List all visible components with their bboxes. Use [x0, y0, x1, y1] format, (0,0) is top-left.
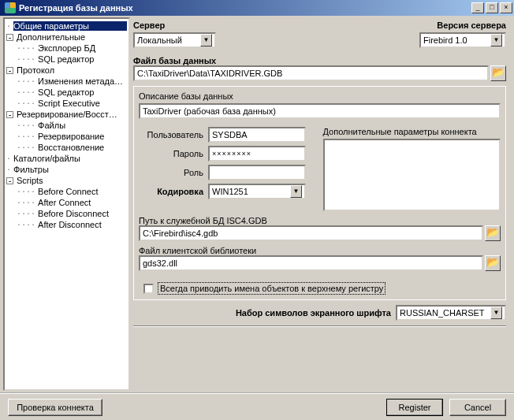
tree-item-backup[interactable]: -Резервирование/Восст…: [5, 109, 128, 120]
enc-combo[interactable]: WIN1251▼: [208, 184, 306, 199]
user-label: Пользователь: [139, 130, 203, 139]
isc-label: Путь к служебной БД ISC4.GDB: [139, 216, 267, 225]
tree-item-additional[interactable]: -Дополнительные: [5, 32, 128, 43]
tree-item-sql-editor-1[interactable]: ····SQL редактор: [15, 54, 128, 65]
register-button[interactable]: Register: [386, 399, 443, 416]
chevron-down-icon: ▼: [490, 34, 502, 46]
folder-icon: 📂: [492, 66, 505, 78]
tree-item-metadata[interactable]: ····Изменения метадан…: [15, 76, 128, 87]
folder-icon: 📂: [486, 256, 499, 268]
version-value: Firebird 1.0: [423, 35, 467, 45]
desc-label: Описание базы данных: [139, 91, 233, 101]
server-value: Локальный: [137, 35, 182, 45]
dbfile-label: Файл базы данных: [133, 56, 216, 65]
minimize-button[interactable]: _: [471, 2, 484, 13]
test-connection-button[interactable]: Проверка коннекта: [8, 399, 102, 416]
pass-label: Пароль: [139, 149, 203, 158]
lib-input[interactable]: gds32.dll: [139, 255, 483, 271]
isc-browse-button[interactable]: 📂: [485, 225, 501, 241]
cancel-button[interactable]: Cancel: [449, 399, 506, 416]
lib-browse-button[interactable]: 📂: [485, 255, 501, 271]
window-title: Регистрация базы данных: [19, 3, 471, 13]
chevron-down-icon: ▼: [490, 307, 502, 319]
app-icon: [5, 2, 16, 13]
extra-params-textarea[interactable]: [323, 139, 501, 211]
user-input[interactable]: SYSDBA: [208, 127, 306, 143]
tree-item-filters[interactable]: ·Фильтры: [5, 164, 128, 175]
enc-label: Кодировка: [139, 187, 203, 196]
collapse-icon[interactable]: -: [6, 67, 13, 74]
tree-item-protocol[interactable]: -Протокол: [5, 65, 128, 76]
charset-combo[interactable]: RUSSIAN_CHARSET ▼: [396, 305, 506, 321]
server-combo[interactable]: Локальный ▼: [133, 32, 216, 48]
tree-item-script-exec[interactable]: ····Script Executive: [15, 98, 128, 109]
version-label: Версия сервера: [437, 20, 506, 30]
lib-label: Файл клиентской библиотеки: [139, 246, 256, 255]
close-button[interactable]: ×: [500, 2, 512, 13]
tree-item-explorer[interactable]: ····Эксплорер БД: [15, 43, 128, 54]
pass-input[interactable]: ××××××××: [208, 146, 306, 162]
maximize-button[interactable]: □: [486, 2, 498, 13]
uppercase-checkbox[interactable]: [143, 284, 154, 294]
tree-item-general[interactable]: ·Общие параметры: [5, 20, 128, 32]
server-label: Сервер: [133, 20, 165, 30]
tree-item-sql-editor-2[interactable]: ····SQL редактор: [15, 87, 128, 98]
dbfile-input[interactable]: C:\TaxiDriver\Data\TAXIDRIVER.GDB: [133, 65, 489, 81]
desc-input[interactable]: TaxiDriver (рабочая база данных): [139, 103, 501, 119]
tree-item-restore[interactable]: ····Восстановление: [15, 142, 128, 153]
role-label: Роль: [139, 168, 203, 177]
titlebar: Регистрация базы данных _ □ ×: [0, 0, 514, 16]
version-combo[interactable]: Firebird 1.0 ▼: [419, 32, 506, 48]
chevron-down-icon: ▼: [290, 185, 302, 198]
tree-item-after-connect[interactable]: ····After Connect: [15, 197, 128, 208]
button-bar: Проверка коннекта Register Cancel: [0, 392, 514, 420]
tree-item-catalogs[interactable]: ·Каталоги/файлы: [5, 153, 128, 164]
collapse-icon[interactable]: -: [6, 34, 13, 41]
category-tree[interactable]: ·Общие параметры -Дополнительные ····Экс…: [3, 17, 130, 391]
uppercase-label: Всегда приводить имена объектов к верхне…: [158, 282, 386, 295]
role-input[interactable]: [208, 165, 306, 180]
tree-item-backup-do[interactable]: ····Резервирование: [15, 131, 128, 142]
tree-item-after-disconnect[interactable]: ····After Disconnect: [15, 219, 128, 230]
tree-item-before-connect[interactable]: ····Before Connect: [15, 186, 128, 197]
isc-input[interactable]: C:\Firebird\isc4.gdb: [139, 225, 483, 241]
tree-item-scripts[interactable]: -Scripts: [5, 175, 128, 186]
form-panel: Сервер Версия сервера Локальный ▼ Firebi…: [132, 16, 514, 392]
folder-icon: 📂: [486, 226, 499, 238]
extra-label: Дополнительные параметры коннекта: [323, 127, 477, 136]
dbfile-browse-button[interactable]: 📂: [490, 65, 506, 81]
collapse-icon[interactable]: -: [6, 177, 13, 184]
charset-label: Набор символов экранного шрифта: [236, 308, 391, 318]
chevron-down-icon: ▼: [200, 34, 212, 46]
tree-item-files[interactable]: ····Файлы: [15, 120, 128, 131]
collapse-icon[interactable]: -: [6, 111, 13, 118]
tree-item-before-disconnect[interactable]: ····Before Disconnect: [15, 208, 128, 219]
